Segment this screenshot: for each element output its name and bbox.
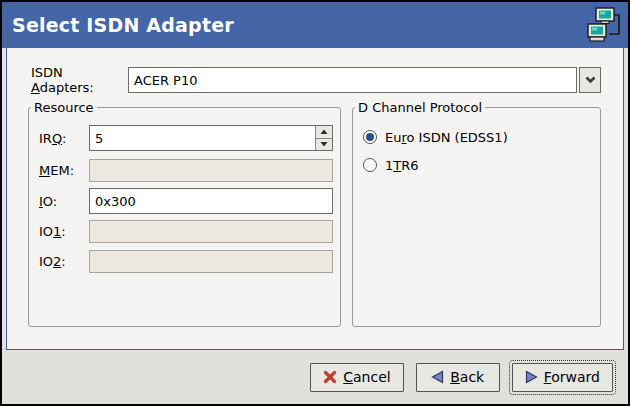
radio-button-icon[interactable] [363, 130, 377, 144]
io1-row: IO1: [39, 220, 333, 243]
io1-label: IO1: [39, 224, 89, 239]
mem-input [89, 159, 333, 182]
select-isdn-adapter-dialog: Select ISDN Adapter ISDN Adapters: [0, 0, 630, 406]
dialog-button-bar: Cancel Back Forward [2, 350, 628, 404]
radio-1tr6[interactable]: 1TR6 [363, 156, 419, 174]
radio-1tr6-label: 1TR6 [385, 158, 419, 173]
back-button-label: Back [450, 369, 484, 385]
isdn-adapters-input[interactable] [128, 67, 577, 93]
network-computers-icon [584, 6, 622, 46]
resource-group: Resource IRQ: MEM: [28, 107, 341, 327]
radio-button-icon[interactable] [363, 158, 377, 172]
irq-label: IRQ: [39, 131, 89, 146]
io2-input [89, 250, 333, 273]
irq-steppers [315, 126, 332, 150]
back-button[interactable]: Back [416, 363, 500, 392]
d-channel-protocol-group: D Channel Protocol Euro ISDN (EDSS1) 1TR… [352, 107, 601, 327]
dialog-header: Select ISDN Adapter [2, 2, 628, 48]
forward-button[interactable]: Forward [512, 363, 613, 392]
cancel-button-label: Cancel [343, 369, 390, 385]
isdn-adapters-row: ISDN Adapters: [31, 67, 602, 93]
io-input[interactable] [89, 188, 333, 214]
resource-group-title: Resource [31, 100, 97, 115]
io2-row: IO2: [39, 250, 333, 273]
arrow-left-icon [431, 370, 444, 384]
irq-spin-up-button[interactable] [316, 126, 332, 138]
radio-euro-isdn-label: Euro ISDN (EDSS1) [385, 130, 508, 145]
mem-row: MEM: [39, 159, 333, 182]
cancel-button[interactable]: Cancel [310, 363, 403, 392]
irq-spinbox [89, 125, 333, 151]
dialog-content: ISDN Adapters: Resource IRQ: [6, 48, 624, 350]
irq-input[interactable] [90, 126, 315, 150]
chevron-up-icon [320, 129, 328, 135]
mem-label: MEM: [39, 163, 89, 178]
radio-euro-isdn[interactable]: Euro ISDN (EDSS1) [363, 128, 508, 146]
forward-button-label: Forward [544, 369, 600, 385]
page-title: Select ISDN Adapter [12, 14, 234, 36]
isdn-adapters-combobox [128, 67, 601, 93]
isdn-adapters-label: ISDN Adapters: [31, 65, 128, 95]
chevron-down-icon [585, 76, 596, 84]
d-channel-protocol-group-title: D Channel Protocol [355, 100, 485, 115]
red-cross-icon [323, 370, 337, 384]
io2-label: IO2: [39, 254, 89, 269]
isdn-adapters-dropdown-button[interactable] [579, 67, 601, 93]
io-label: IO: [39, 194, 89, 209]
irq-spin-down-button[interactable] [316, 138, 332, 151]
arrow-right-icon [525, 370, 538, 384]
chevron-down-icon [320, 141, 328, 147]
irq-row: IRQ: [39, 125, 333, 151]
io1-input [89, 220, 333, 243]
io-row: IO: [39, 188, 333, 214]
